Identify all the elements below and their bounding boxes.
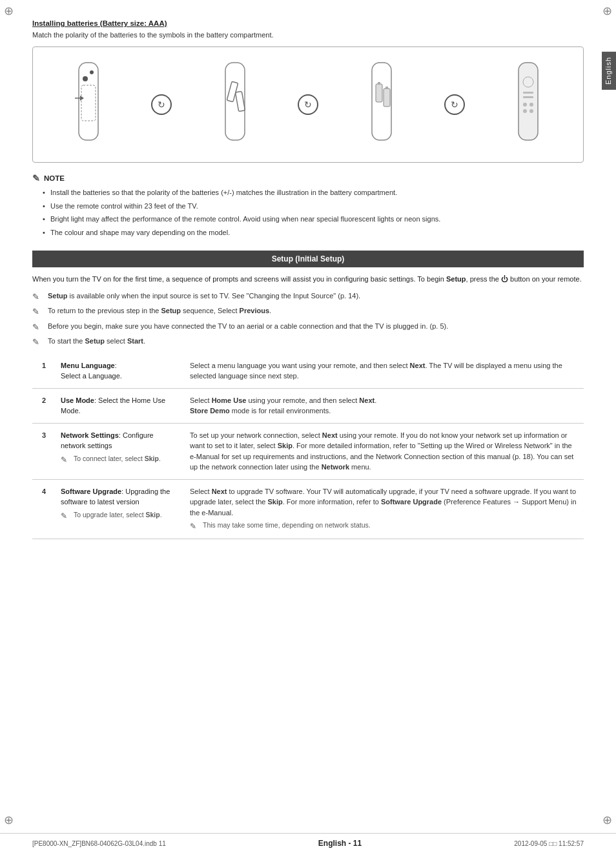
step-desc-subnote-text-4: This may take some time, depending on ne… (203, 520, 371, 531)
step-desc-3: To set up your network connection, selec… (185, 423, 584, 479)
remote-svg-1 (67, 59, 109, 150)
battery-step-3 (360, 59, 402, 150)
step-row-4: 4 Software Upgrade: Upgrading the softwa… (32, 479, 584, 539)
crosshair-bl: ⊕ (4, 813, 14, 827)
step-label-1: Menu Language: Select a Language. (56, 354, 185, 389)
battery-subtitle: Match the polarity of the batteries to t… (32, 31, 584, 39)
note-section: ✎ NOTE Install the batteries so that the… (32, 173, 584, 238)
note-header: ✎ NOTE (32, 173, 584, 183)
note-item-1: Install the batteries so that the polari… (43, 187, 584, 198)
svg-rect-16 (523, 92, 533, 94)
note-icon: ✎ (32, 173, 40, 183)
battery-step-1 (67, 59, 109, 150)
crosshair-tr: ⊕ (602, 4, 612, 18)
step-num-1: 1 (32, 354, 56, 389)
steps-table: 1 Menu Language: Select a Language. Sele… (32, 354, 584, 540)
step-row-2: 2 Use Mode: Select the Home Use Mode. Se… (32, 388, 584, 423)
step-subnote-sym-4: ✎ (61, 510, 71, 522)
setup-note-2: ✎ To return to the previous step in the … (32, 305, 584, 318)
remote-svg-3 (360, 59, 402, 150)
step-subnote-text-3: To connect later, select Skip. (74, 454, 161, 464)
page-footer: [PE8000-XN_ZF]BN68-04062G-03L04.indb 11 … (0, 833, 616, 853)
step-desc-subnote-4: ✎ This may take some time, depending on … (190, 520, 579, 532)
setup-note-text-3: Before you begin, make sure you have con… (48, 321, 448, 332)
crosshair-br: ⊕ (602, 813, 612, 827)
footer-center: English - 11 (318, 839, 362, 848)
arrow-3: ↻ (444, 94, 465, 115)
step-row-3: 3 Network Settings: Configure network se… (32, 423, 584, 479)
step-subnote-4: ✎ To upgrade later, select Skip. (61, 510, 180, 522)
svg-rect-12 (384, 88, 390, 107)
note-item-3: Bright light may affect the performance … (43, 214, 584, 225)
battery-step-4 (507, 59, 549, 150)
note-item-4: The colour and shape may vary depending … (43, 227, 584, 238)
setup-section: Setup (Initial Setup) When you turn the … (32, 251, 584, 539)
svg-rect-11 (378, 82, 380, 85)
step-label-3: Network Settings: Configure network sett… (56, 423, 185, 479)
note-list: Install the batteries so that the polari… (32, 187, 584, 238)
setup-intro: When you turn the TV on for the first ti… (32, 274, 584, 285)
step-num-2: 2 (32, 388, 56, 423)
setup-note-text-1: Setup is available only when the input s… (48, 291, 360, 302)
note-label: NOTE (44, 174, 65, 182)
battery-section: Installing batteries (Battery size: AAA)… (32, 19, 584, 163)
step-label-bold-3: Network Settings (61, 431, 119, 439)
svg-point-3 (90, 70, 94, 74)
svg-point-19 (529, 103, 533, 107)
step-subnote-3: ✎ To connect later, select Skip. (61, 454, 180, 466)
step-subnote-text-4: To upgrade later, select Skip. (74, 510, 162, 520)
footer-right: 2012-09-05 □□ 11:52:57 (514, 840, 584, 847)
step-label-2: Use Mode: Select the Home Use Mode. (56, 388, 185, 423)
crosshair-tl: ⊕ (4, 4, 14, 18)
remote-svg-2 (214, 59, 256, 150)
arrow-2: ↻ (298, 94, 318, 115)
setup-header: Setup (Initial Setup) (32, 251, 584, 267)
setup-note-3: ✎ Before you begin, make sure you have c… (32, 321, 584, 334)
step-label-bold-1: Menu Language (61, 362, 115, 369)
battery-diagram: ↻ ↻ (32, 46, 584, 163)
svg-rect-17 (523, 96, 533, 98)
note-sym-1: ✎ (32, 291, 44, 303)
svg-point-21 (529, 109, 533, 113)
setup-note-text-2: To return to the previous step in the Se… (48, 305, 271, 316)
battery-images: ↻ ↻ (46, 59, 570, 150)
note-sym-3: ✎ (32, 321, 44, 334)
note-sym-4: ✎ (32, 336, 44, 349)
svg-point-2 (83, 76, 88, 81)
svg-rect-6 (225, 63, 245, 140)
step-desc-1: Select a menu language you want using yo… (185, 354, 584, 389)
side-tab-english: English (602, 52, 616, 90)
svg-rect-10 (376, 84, 382, 102)
svg-point-20 (523, 109, 527, 113)
step-desc-4: Select Next to upgrade TV software. Your… (185, 479, 584, 539)
arrow-1: ↻ (151, 94, 172, 115)
step-row-1: 1 Menu Language: Select a Language. Sele… (32, 354, 584, 389)
svg-rect-14 (518, 63, 538, 140)
svg-marker-5 (80, 96, 84, 101)
page-wrapper: ⊕ ⊕ ⊕ ⊕ English Installing batteries (Ba… (0, 0, 616, 853)
step-desc-subnote-sym-4: ✎ (190, 520, 200, 532)
step-num-3: 3 (32, 423, 56, 479)
step-label-4: Software Upgrade: Upgrading the software… (56, 479, 185, 539)
svg-rect-8 (235, 91, 245, 111)
step-label-bold-4: Software Upgrade (61, 488, 121, 495)
note-sym-2: ✎ (32, 305, 44, 318)
svg-rect-1 (81, 85, 96, 121)
battery-step-2 (214, 59, 256, 150)
svg-rect-13 (385, 87, 388, 89)
step-subnote-sym-3: ✎ (61, 454, 71, 466)
svg-point-18 (523, 103, 527, 107)
setup-note-4: ✎ To start the Setup select Start. (32, 336, 584, 349)
remote-svg-4 (507, 59, 549, 150)
step-label-bold-2: Use Mode (61, 396, 94, 404)
step-desc-2: Select Home Use using your remote, and t… (185, 388, 584, 423)
setup-note-1: ✎ Setup is available only when the input… (32, 291, 584, 303)
footer-left: [PE8000-XN_ZF]BN68-04062G-03L04.indb 11 (32, 840, 166, 847)
setup-note-text-4: To start the Setup select Start. (48, 336, 145, 347)
main-content: Installing batteries (Battery size: AAA)… (0, 0, 616, 833)
battery-title: Installing batteries (Battery size: AAA) (32, 19, 584, 27)
note-item-2: Use the remote control within 23 feet of… (43, 201, 584, 212)
step-num-4: 4 (32, 479, 56, 539)
